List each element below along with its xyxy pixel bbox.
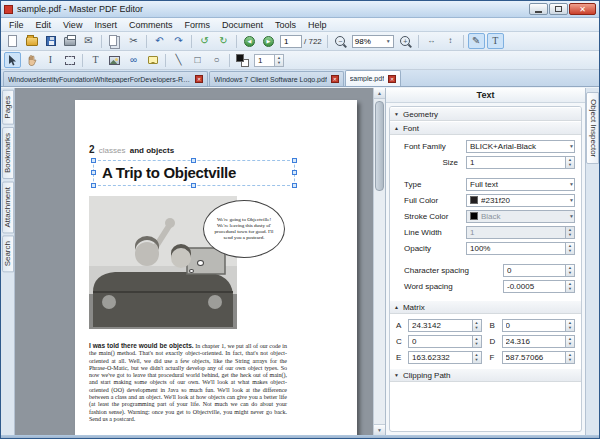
menu-view[interactable]: View	[57, 18, 88, 32]
menu-document[interactable]: Document	[216, 18, 269, 32]
scrollbar-thumb[interactable]	[375, 101, 384, 191]
rotate-right-button[interactable]: ↻	[215, 33, 232, 49]
menu-insert[interactable]: Insert	[88, 18, 123, 32]
tab-object-inspector[interactable]: Object Inspector	[586, 92, 599, 164]
tab-windows7-client-logo[interactable]: Windows 7 Client Software Logo.pdf ✕	[209, 71, 344, 86]
spin-down-icon[interactable]: ▼	[275, 60, 283, 66]
matrix-f-stepper[interactable]: 587.57066 ▲▼	[502, 351, 576, 364]
previous-page-button[interactable]: ◀	[241, 33, 258, 49]
close-button[interactable]: ✕	[569, 3, 596, 15]
next-page-button[interactable]: ▶	[260, 33, 277, 49]
title-bar[interactable]: sample.pdf - Master PDF Editor ✕	[1, 1, 599, 18]
tab-close-icon[interactable]: ✕	[195, 75, 203, 83]
spin-down-icon[interactable]: ▼	[566, 162, 574, 168]
spinner-buttons[interactable]: ▲▼	[565, 265, 574, 276]
matrix-a-stepper[interactable]: 24.3142 ▲▼	[408, 319, 482, 332]
new-document-button[interactable]	[4, 33, 21, 49]
fit-page-button[interactable]: ↕	[442, 33, 459, 49]
edit-text-mode-toggle[interactable]: T	[487, 33, 504, 49]
spinner-buttons[interactable]: ▲▼	[565, 243, 574, 254]
pdf-page[interactable]: 2 classes and objects A Trip to Objectvi…	[75, 100, 357, 435]
document-area[interactable]: 2 classes and objects A Trip to Objectvi…	[15, 88, 373, 435]
size-stepper[interactable]: 1 ▲▼	[466, 156, 575, 169]
spin-down-icon[interactable]: ▼	[566, 270, 574, 276]
menu-forms[interactable]: Forms	[178, 18, 216, 32]
selection-handle[interactable]	[292, 183, 297, 188]
zoom-out-button[interactable]: −	[332, 33, 349, 49]
menu-help[interactable]: Help	[302, 18, 333, 32]
ellipse-tool-button[interactable]: ○	[208, 52, 225, 68]
spinner-buttons[interactable]: ▲▼	[565, 227, 574, 238]
copy-button[interactable]	[106, 33, 123, 49]
menu-edit[interactable]: Edit	[30, 18, 58, 32]
add-link-button[interactable]: ∞	[125, 52, 142, 68]
snapshot-tool-button[interactable]	[61, 52, 78, 68]
add-text-button[interactable]: T	[87, 52, 104, 68]
cut-button[interactable]: ✂	[125, 33, 142, 49]
maximize-button[interactable]	[549, 3, 568, 15]
spin-down-icon[interactable]: ▼	[566, 341, 574, 347]
tab-windows-identity-foundation[interactable]: WindowsIdentityFoundationWhitepaperForDe…	[3, 71, 208, 86]
spin-down-icon[interactable]: ▼	[566, 248, 574, 254]
spinner-buttons[interactable]: ▲▼	[274, 55, 283, 66]
spin-down-icon[interactable]: ▼	[566, 357, 574, 363]
section-font[interactable]: ▲ Font	[390, 121, 581, 135]
sidebar-tab-attachment[interactable]: Attachment	[2, 181, 14, 233]
section-clipping-path[interactable]: ▼ Clipping Path	[390, 368, 581, 382]
stroke-width-stepper[interactable]: 1 ▲▼	[254, 54, 284, 67]
selection-handle[interactable]	[191, 183, 196, 188]
spinner-buttons[interactable]: ▲▼	[565, 352, 574, 363]
spin-down-icon[interactable]: ▼	[566, 232, 574, 238]
sidebar-tab-search[interactable]: Search	[2, 235, 14, 272]
type-select[interactable]: Full text ▼	[466, 178, 575, 191]
matrix-c-stepper[interactable]: 0 ▲▼	[408, 335, 482, 348]
spinner-buttons[interactable]: ▲▼	[565, 336, 574, 347]
section-geometry[interactable]: ▼ Geometry	[390, 107, 581, 121]
matrix-b-stepper[interactable]: 0 ▲▼	[502, 319, 576, 332]
edit-content-toggle[interactable]: ✎	[468, 33, 485, 49]
undo-button[interactable]: ↶	[151, 33, 168, 49]
spin-down-icon[interactable]: ▼	[566, 286, 574, 292]
menu-file[interactable]: File	[3, 18, 30, 32]
zoom-in-button[interactable]: +	[397, 33, 414, 49]
spinner-buttons[interactable]: ▲▼	[472, 336, 481, 347]
line-width-stepper[interactable]: 1 ▲▼	[466, 226, 575, 239]
vertical-scrollbar[interactable]: ▲ ▼	[373, 88, 385, 435]
spin-down-icon[interactable]: ▼	[566, 325, 574, 331]
spinner-buttons[interactable]: ▲▼	[472, 352, 481, 363]
minimize-button[interactable]	[529, 3, 548, 15]
hand-tool-button[interactable]	[23, 52, 40, 68]
menu-tools[interactable]: Tools	[269, 18, 302, 32]
scroll-down-button[interactable]: ▼	[374, 424, 385, 435]
selection-handle[interactable]	[91, 170, 96, 175]
sidebar-tab-pages[interactable]: Pages	[2, 90, 14, 125]
font-family-select[interactable]: BLICK+Arial-Black ▼	[466, 140, 575, 153]
selection-handle[interactable]	[292, 170, 297, 175]
full-color-select[interactable]: #231f20 ▼	[466, 194, 575, 207]
spinner-buttons[interactable]: ▲▼	[472, 320, 481, 331]
menu-comments[interactable]: Comments	[123, 18, 179, 32]
sidebar-tab-bookmarks[interactable]: Bookmarks	[2, 127, 14, 179]
select-object-tool-button[interactable]	[4, 52, 21, 68]
spin-down-icon[interactable]: ▼	[473, 357, 481, 363]
email-button[interactable]: ✉	[80, 33, 97, 49]
rectangle-tool-button[interactable]: □	[189, 52, 206, 68]
page-number-input[interactable]: 1	[280, 35, 302, 48]
matrix-d-stepper[interactable]: 24.316 ▲▼	[502, 335, 576, 348]
section-matrix[interactable]: ▲ Matrix	[390, 300, 581, 314]
spin-down-icon[interactable]: ▼	[473, 341, 481, 347]
selection-handle[interactable]	[292, 158, 297, 163]
tab-sample-pdf[interactable]: sample.pdf ✕	[345, 70, 401, 86]
tab-close-icon[interactable]: ✕	[331, 75, 339, 83]
word-spacing-stepper[interactable]: -0.0005 ▲▼	[503, 280, 575, 293]
spin-down-icon[interactable]: ▼	[473, 325, 481, 331]
rotate-left-button[interactable]: ↺	[196, 33, 213, 49]
spinner-buttons[interactable]: ▲▼	[565, 157, 574, 168]
color-picker-button[interactable]	[236, 54, 249, 67]
redo-button[interactable]: ↷	[170, 33, 187, 49]
character-spacing-stepper[interactable]: 0 ▲▼	[503, 264, 575, 277]
add-image-button[interactable]	[106, 52, 123, 68]
spinner-buttons[interactable]: ▲▼	[565, 281, 574, 292]
select-text-tool-button[interactable]: I	[42, 52, 59, 68]
selection-handle[interactable]	[91, 183, 96, 188]
